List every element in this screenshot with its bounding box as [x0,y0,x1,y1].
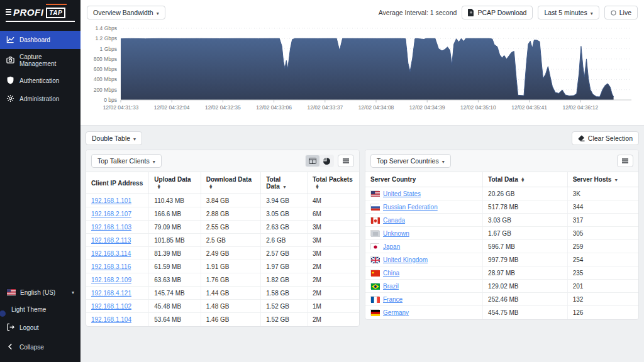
table-row[interactable]: United Kingdom997.79 MB254 [365,253,638,266]
table-row[interactable]: 192.168.1.10453.64 MB1.46 GB1.52 GB2M [86,313,359,326]
table-row[interactable]: Unknown1.67 GB305 [365,227,638,240]
country-link[interactable]: United States [383,190,421,197]
table-cell: 1.46 GB [201,313,260,326]
sort-icon[interactable]: ▲▼ [315,184,319,189]
country-flag-icon-unknown [370,230,379,236]
table-cell: 1.52 GB [261,313,308,326]
sort-icon[interactable]: ▲▼ [209,184,213,189]
country-link[interactable]: Unknown [383,230,409,237]
table-row[interactable]: Russian Federation517.78 MB344 [365,200,638,214]
table-cell: 126 [567,306,638,319]
table-row[interactable]: 192.168.1.10245.48 MB1.48 GB1.52 GB1M [86,300,359,313]
table-row[interactable]: China28.97 MB235 [365,266,638,280]
sort-desc-icon[interactable]: ▼ [282,185,286,189]
table-row[interactable]: 192.168.2.107166.6 MB2.88 GB3.05 GB6M [86,207,359,221]
sidebar-footer-logout[interactable]: Logout [0,318,80,337]
client-ip-link[interactable]: 192.168.2.107 [91,211,131,217]
column-header-server-country[interactable]: Server Country [365,172,483,187]
sidebar-footer-light-theme[interactable]: Light Theme [0,301,80,318]
table-row[interactable]: Brazil129.02 MB201 [365,280,638,293]
bandwidth-chart[interactable]: 1.4 Gbps1.2 Gbps1 Gbps800 Mbps600 Mbps40… [80,22,644,125]
table-row[interactable]: France252.46 MB132 [365,293,638,306]
column-header-total-data[interactable]: Total Data▲▼ [483,172,568,187]
table-cell: 3.05 GB [261,207,308,221]
pcap-download-button[interactable]: PCAP Download [462,6,533,19]
country-link[interactable]: Brazil [383,283,399,290]
country-link[interactable]: China [383,270,399,277]
sort-desc-icon[interactable]: ▼ [614,178,618,182]
table-cell: 101.85 MB [149,234,201,247]
country-link[interactable]: United Kingdom [383,256,428,263]
country-link[interactable]: Russian Federation [383,204,438,211]
country-flag-icon-gb [370,256,379,263]
client-ip-link[interactable]: 192.168.3.116 [91,263,131,270]
svg-text:12/02 04:35:10: 12/02 04:35:10 [460,104,496,111]
country-link[interactable]: Canada [383,217,405,224]
column-header-total-packets[interactable]: Total Packets▲▼ [308,172,360,194]
time-range-dropdown[interactable]: Last 5 minutes [538,6,599,19]
sidebar-item-administration[interactable]: Administration [0,90,80,108]
svg-text:200 Mbps: 200 Mbps [94,87,117,93]
sidebar-item-dashboard[interactable]: Dashboard [0,31,80,49]
table-row[interactable]: 192.168.3.11661.59 MB1.91 GB1.97 GB2M [86,260,359,273]
eraser-icon [578,135,585,141]
average-interval-text: Average Interval: 1 second [379,9,457,16]
sort-icon[interactable]: ▲▼ [157,184,160,189]
table-row[interactable]: 192.168.1.10379.09 MB2.55 GB2.63 GB3M [86,221,359,234]
client-ip-link[interactable]: 192.168.4.121 [91,290,131,297]
client-ip-link[interactable]: 192.168.2.109 [91,277,131,283]
svg-text:12/02 04:35:41: 12/02 04:35:41 [511,104,547,111]
right-table-selector-dropdown[interactable]: Top Server Countries [370,154,451,168]
clear-selection-button[interactable]: Clear Selection [572,131,639,145]
column-header-client-ip-address[interactable]: Client IP Address [86,172,149,194]
country-link[interactable]: Germany [383,309,409,316]
layout-selector-dropdown[interactable]: Double Table [86,131,142,145]
view-selector-dropdown[interactable]: Overview Bandwidth [87,6,165,19]
sidebar-footer-collapse[interactable]: Collapse [0,337,80,357]
country-link[interactable]: Japan [383,243,400,250]
table-row[interactable]: 192.168.2.113101.85 MB2.5 GB2.6 GB3M [86,234,359,247]
client-ip-link[interactable]: 192.168.2.113 [91,237,131,244]
table-row[interactable]: United States20.26 GB3K [365,187,638,200]
left-table-menu-button[interactable] [338,155,354,167]
table-cell: 259 [567,240,638,253]
svg-text:0 bps: 0 bps [104,97,117,103]
right-table-menu-button[interactable] [617,155,633,167]
column-header-total-data[interactable]: Total Data▼ [261,172,308,194]
client-ip-link[interactable]: 192.168.1.104 [91,316,131,323]
left-table-selector-label: Top Talker Clients [97,157,150,165]
table-row[interactable]: Japan596.7 MB259 [365,240,638,253]
column-header-server-hosts[interactable]: Server Hosts▼ [567,172,638,187]
table-cell: 1.52 GB [261,300,308,313]
client-ip-link[interactable]: 192.168.1.103 [91,224,131,231]
table-row[interactable]: 192.168.4.121145.74 MB1.44 GB1.58 GB2M [86,287,359,300]
live-button[interactable]: Live [604,6,638,19]
sort-icon[interactable]: ▲▼ [521,177,525,182]
table-row[interactable]: Germany454.75 MB126 [365,306,638,319]
profitap-logo: PROFI TAP [0,0,80,26]
main-content: Overview Bandwidth Average Interval: 1 s… [80,0,644,362]
country-flag-icon-de [370,309,379,315]
column-header-download-data[interactable]: Download Data▲▼ [201,172,260,194]
client-ip-link[interactable]: 192.168.1.102 [91,303,131,310]
table-row[interactable]: 192.168.1.101110.43 MB3.84 GB3.94 GB4M [86,194,359,207]
left-table-selector-dropdown[interactable]: Top Talker Clients [91,154,162,168]
column-header-upload-data[interactable]: Upload Data▲▼ [149,172,201,194]
table-row[interactable]: 192.168.2.10963.63 MB1.76 GB1.82 GB2M [86,273,359,287]
table-cell: 1.44 GB [201,287,260,300]
table-row[interactable]: Canada3.03 GB317 [365,214,638,227]
table-cell: 997.79 MB [483,253,568,266]
sidebar-item-authentication[interactable]: Authentication [0,72,80,90]
sidebar-footer-english-us-[interactable]: English (US)▾ [0,283,80,301]
svg-text:1.4 Gbps: 1.4 Gbps [96,25,118,31]
table-cell: 2.63 GB [261,221,308,234]
table-row[interactable]: 192.168.3.11481.39 MB2.49 GB2.57 GB3M [86,247,359,260]
table-view-button[interactable] [306,155,319,167]
client-ip-link[interactable]: 192.168.3.114 [91,250,131,257]
svg-text:12/02 04:33:37: 12/02 04:33:37 [307,104,343,111]
pie-view-button[interactable] [319,155,333,167]
table-cell: 2M [308,287,360,300]
client-ip-link[interactable]: 192.168.1.101 [91,197,131,204]
sidebar-item-capture-management[interactable]: Capture Management [0,49,80,72]
country-link[interactable]: France [383,296,402,303]
